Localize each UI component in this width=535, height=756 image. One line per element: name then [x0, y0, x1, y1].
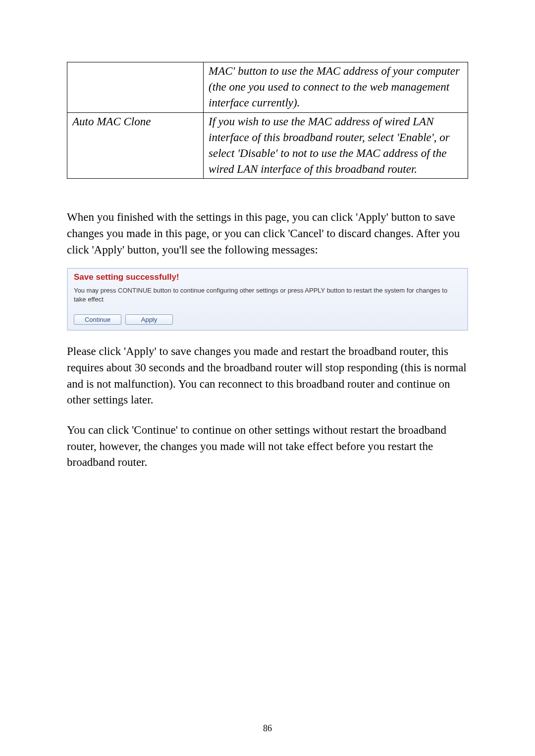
page-number: 86 [0, 723, 535, 734]
paragraph-apply: Please click 'Apply' to save changes you… [67, 344, 468, 408]
table-row: MAC' button to use the MAC address of yo… [67, 62, 468, 113]
cell-row1-col1 [67, 62, 204, 113]
table-row: Auto MAC Clone If you wish to use the MA… [67, 112, 468, 179]
cell-row2-col1: Auto MAC Clone [67, 112, 204, 179]
paragraph-continue: You can click 'Continue' to continue on … [67, 422, 468, 471]
panel-message: You may press CONTINUE button to continu… [74, 286, 461, 303]
cell-row2-col2: If you wish to use the MAC address of wi… [204, 112, 468, 179]
panel-buttons: Continue Apply [74, 314, 461, 325]
save-setting-panel: Save setting successfully! You may press… [67, 268, 468, 331]
apply-button[interactable]: Apply [125, 314, 173, 325]
continue-button[interactable]: Continue [74, 314, 121, 325]
settings-table: MAC' button to use the MAC address of yo… [67, 62, 468, 179]
paragraph-intro: When you finished with the settings in t… [67, 209, 468, 258]
cell-row1-col2: MAC' button to use the MAC address of yo… [204, 62, 468, 113]
panel-title: Save setting successfully! [74, 272, 461, 282]
